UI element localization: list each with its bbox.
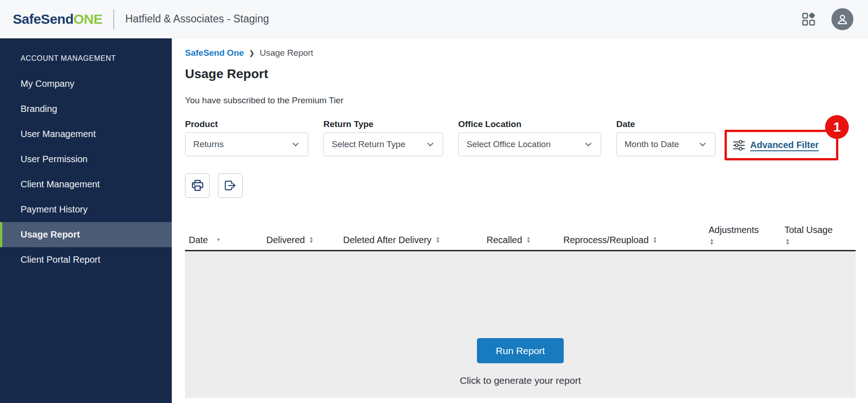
column-header-total-usage[interactable]: Total Usage (781, 225, 856, 250)
breadcrumb-chevron-icon: ❯ (249, 49, 255, 57)
user-avatar-icon (836, 13, 849, 26)
logo-text-safesend: SafeSend (13, 11, 74, 27)
sidebar-item-user-permission[interactable]: User Permission (0, 147, 172, 172)
column-header-date[interactable]: Date (185, 235, 263, 250)
advanced-filter-annotation-wrap: Advanced Filter 1 (725, 130, 838, 160)
sort-both-icon (785, 238, 790, 245)
column-header-reprocess-reupload[interactable]: Reprocess/Reupload (560, 235, 705, 250)
usage-table-header: Date Delivered Deleted After Delivery Re… (185, 219, 856, 251)
column-label: Reprocess/Reupload (563, 235, 649, 245)
column-label: Date (189, 235, 208, 245)
column-header-delivered[interactable]: Delivered (263, 235, 339, 250)
sort-both-icon (526, 236, 531, 244)
filters-row: Product Returns Return Type Select Retur… (185, 119, 856, 156)
sort-both-icon (653, 236, 657, 244)
breadcrumb-root-link[interactable]: SafeSend One (185, 48, 244, 58)
chevron-down-icon (699, 143, 706, 147)
sort-both-icon (709, 238, 714, 245)
account-name: Hatfield & Associates - Staging (125, 13, 269, 25)
sort-desc-icon (216, 238, 221, 242)
safesend-logo: SafeSendONE (13, 11, 102, 27)
date-select[interactable]: Month to Date (616, 133, 715, 156)
column-label: Delivered (266, 235, 305, 245)
brand-block: SafeSendONE Hatfield & Associates - Stag… (13, 9, 269, 29)
sidebar-item-my-company[interactable]: My Company (0, 71, 172, 96)
export-button[interactable] (218, 173, 243, 198)
header-divider (113, 9, 114, 29)
sort-both-icon (309, 236, 313, 244)
sidebar-item-client-portal-report[interactable]: Client Portal Report (0, 247, 172, 272)
sort-both-icon (435, 236, 440, 244)
sidebar-item-usage-report[interactable]: Usage Report (0, 222, 172, 247)
subscription-note: You have subscribed to the Premium Tier (185, 95, 856, 106)
chevron-down-icon (585, 143, 592, 147)
filter-date-label: Date (616, 119, 715, 130)
sliders-icon (733, 140, 745, 151)
report-toolbar (185, 173, 856, 198)
sidebar-item-branding[interactable]: Branding (0, 96, 172, 122)
breadcrumb-current: Usage Report (259, 48, 313, 58)
chevron-down-icon (427, 143, 434, 147)
column-label: Recalled (487, 235, 522, 245)
date-select-value: Month to Date (625, 139, 679, 149)
apps-grid-button[interactable] (801, 12, 816, 27)
main-content: SafeSend One ❯ Usage Report Usage Report… (172, 38, 868, 403)
annotation-badge: 1 (825, 115, 849, 139)
annotation-box: Advanced Filter (725, 130, 838, 160)
product-select[interactable]: Returns (185, 133, 308, 156)
filter-return-type: Return Type Select Return Type (323, 119, 443, 156)
filter-date: Date Month to Date (616, 119, 715, 156)
office-location-select-value: Select Office Location (466, 139, 550, 149)
filter-return-type-label: Return Type (323, 119, 443, 130)
report-hint-text: Click to generate your report (460, 375, 581, 386)
app-header: SafeSendONE Hatfield & Associates - Stag… (0, 0, 868, 38)
header-actions (801, 8, 853, 30)
column-header-recalled[interactable]: Recalled (483, 235, 560, 250)
filter-product: Product Returns (185, 119, 308, 156)
product-select-value: Returns (193, 139, 224, 149)
print-icon (191, 180, 204, 191)
filter-office-location: Office Location Select Office Location (458, 119, 601, 156)
column-label: Deleted After Delivery (343, 235, 431, 245)
logo-text-one: ONE (74, 11, 103, 27)
run-report-button[interactable]: Run Report (477, 338, 564, 363)
filter-product-label: Product (185, 119, 308, 130)
chevron-down-icon (292, 143, 299, 147)
column-label: Total Usage (784, 225, 833, 235)
print-button[interactable] (185, 173, 210, 198)
sidebar-item-payment-history[interactable]: Payment History (0, 197, 172, 222)
page-title: Usage Report (185, 65, 856, 83)
export-icon (224, 180, 236, 191)
advanced-filter-link[interactable]: Advanced Filter (750, 140, 819, 150)
filter-office-location-label: Office Location (458, 119, 601, 130)
column-header-adjustments[interactable]: Adjustments (705, 225, 781, 250)
column-header-deleted-after-delivery[interactable]: Deleted After Delivery (339, 235, 483, 250)
column-label: Adjustments (709, 225, 759, 235)
report-empty-state: Run Report Click to generate your report (185, 251, 856, 398)
return-type-select[interactable]: Select Return Type (323, 133, 443, 156)
sidebar-section-title: ACCOUNT MANAGEMENT (0, 54, 172, 63)
user-avatar[interactable] (831, 8, 853, 30)
office-location-select[interactable]: Select Office Location (458, 133, 601, 156)
breadcrumb: SafeSend One ❯ Usage Report (185, 48, 856, 58)
sidebar-item-client-management[interactable]: Client Management (0, 172, 172, 197)
return-type-select-value: Select Return Type (332, 139, 405, 149)
sidebar: ACCOUNT MANAGEMENT My Company Branding U… (0, 38, 172, 403)
apps-grid-icon (801, 12, 816, 27)
sidebar-item-user-management[interactable]: User Management (0, 122, 172, 147)
